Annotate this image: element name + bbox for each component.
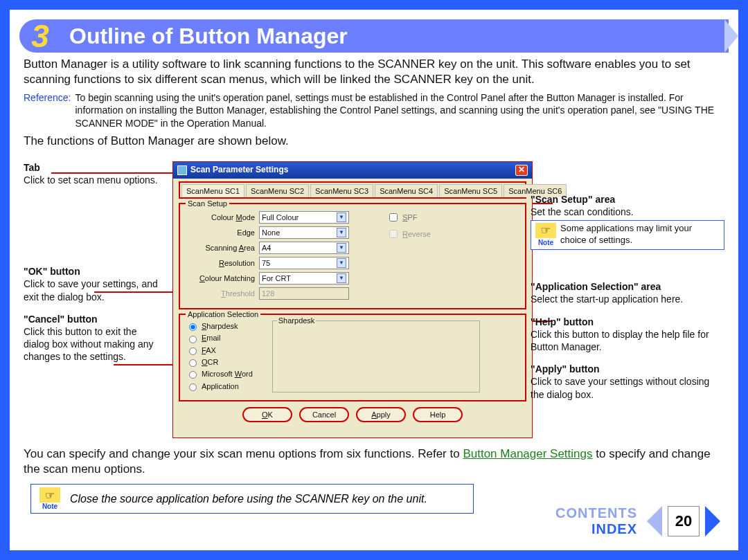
- scanning-area-select[interactable]: A4▼: [259, 242, 349, 254]
- callout-tab: Tab Click to set scan menu options.: [24, 161, 162, 186]
- callout-apply-text: Click to save your settings without clos…: [531, 375, 724, 400]
- leader-line: [114, 364, 177, 365]
- dialog-title: Scan Parameter Settings: [190, 165, 288, 176]
- callouts-left: Tab Click to set scan menu options. "OK"…: [24, 161, 162, 373]
- colour-matching-label: Colour Matching: [186, 273, 255, 283]
- tab-sc4[interactable]: ScanMenu SC4: [375, 184, 438, 197]
- tab-strip: ScanMenu SC1 ScanMenu SC2 ScanMenu SC3 S…: [179, 181, 526, 199]
- colour-matching-row: Colour Matching For CRT▼: [186, 272, 349, 284]
- colour-mode-row: Colour Mode Full Colour▼: [186, 211, 349, 224]
- note-label: Note: [538, 238, 553, 247]
- callout-scan-text: Set the scan conditions.: [531, 206, 724, 218]
- colour-mode-select[interactable]: Full Colour▼: [259, 211, 349, 224]
- callout-cancel: "Cancel" button Click this button to exi…: [24, 313, 162, 363]
- radio-fax[interactable]: FAX: [186, 345, 253, 355]
- radio-msword[interactable]: Microsoft Word: [186, 369, 253, 379]
- note-icon: ☞ Note: [38, 487, 62, 510]
- app-sub-group: Sharpdesk: [272, 320, 480, 392]
- app-selection-label: Application Selection: [186, 309, 260, 319]
- footer-links: CONTENTS INDEX: [555, 506, 637, 536]
- help-button[interactable]: Help: [413, 407, 463, 422]
- radio-email[interactable]: Email: [186, 333, 253, 343]
- diagram-area: Tab Click to set scan menu options. "OK"…: [24, 153, 724, 444]
- callout-help-text: Click this button to display the help fi…: [531, 328, 724, 353]
- cancel-button[interactable]: Cancel: [299, 407, 349, 422]
- resolution-row: Resolution 75▼: [186, 257, 349, 269]
- dialog-body: ScanMenu SC1 ScanMenu SC2 ScanMenu SC3 S…: [173, 179, 532, 426]
- scan-setup-label: Scan Setup: [186, 199, 229, 208]
- functions-intro: The functions of Button Manager are show…: [24, 134, 724, 149]
- bottom-note: ☞ Note Close the source application befo…: [30, 484, 474, 514]
- title-arrow-icon: [724, 19, 738, 53]
- colour-mode-label: Colour Mode: [186, 213, 255, 222]
- footer-nav: CONTENTS INDEX 20: [555, 506, 720, 536]
- ok-button[interactable]: OK: [242, 407, 292, 422]
- tab-sc3[interactable]: ScanMenu SC3: [310, 184, 373, 197]
- chapter-title-bar: 3 Outline of Button Manager: [19, 19, 729, 53]
- pointing-hand-icon: ☞: [535, 223, 556, 238]
- callout-ok: "OK" button Click to save your settings,…: [24, 265, 162, 303]
- leader-line: [51, 172, 183, 174]
- threshold-label: Threshold: [186, 289, 255, 298]
- radio-ocr[interactable]: OCR: [186, 357, 253, 367]
- resolution-select[interactable]: 75▼: [259, 257, 349, 269]
- page-number: 20: [668, 506, 700, 536]
- callout-app-title: "Application Selection" area: [531, 280, 724, 293]
- note-label: Note: [42, 503, 57, 510]
- scan-parameter-dialog: Scan Parameter Settings ✕ ScanMenu SC1 S…: [172, 161, 533, 438]
- chapter-number: 3: [24, 17, 57, 55]
- callout-tab-text: Click to set scan menu options.: [24, 174, 162, 186]
- callout-scan-setup: "Scan Setup" area Set the scan condition…: [531, 193, 724, 250]
- button-manager-settings-link[interactable]: Button Manager Settings: [463, 447, 592, 460]
- reverse-checkbox: Reverse: [386, 228, 431, 240]
- application-selection-area: Application Selection Sharpdesk Email FA…: [179, 314, 526, 401]
- chevron-down-icon: ▼: [337, 228, 346, 237]
- reference-label: Reference:: [24, 91, 71, 129]
- intro-paragraph: Button Manager is a utility software to …: [24, 57, 724, 87]
- threshold-row: Threshold 128: [186, 287, 349, 300]
- prev-page-icon[interactable]: [647, 506, 662, 536]
- outro-a: You can specify and change your six scan…: [24, 447, 463, 460]
- note-box-scan: ☞ Note Some applications may limit your …: [531, 220, 724, 250]
- leader-line: [94, 291, 177, 293]
- edge-label: Edge: [186, 228, 255, 237]
- chevron-down-icon: ▼: [337, 273, 346, 283]
- chevron-down-icon: ▼: [337, 213, 346, 222]
- edge-select[interactable]: None▼: [259, 226, 349, 239]
- next-page-icon[interactable]: [705, 506, 720, 536]
- scan-setup-area: Scan Setup Colour Mode Full Colour▼ Edge…: [179, 203, 526, 309]
- reference-block: Reference: To begin scanning using the u…: [24, 91, 724, 129]
- close-icon[interactable]: ✕: [515, 165, 528, 176]
- spf-checkbox[interactable]: SPF: [386, 211, 431, 224]
- callout-apply-title: "Apply" button: [531, 363, 724, 375]
- radio-application[interactable]: Application: [186, 381, 253, 391]
- callout-ok-text: Click to save your settings, and exit th…: [24, 278, 162, 302]
- note-icon: ☞ Note: [535, 223, 556, 247]
- tab-sc2[interactable]: ScanMenu SC2: [246, 184, 309, 197]
- chapter-title: Outline of Button Manager: [69, 24, 348, 49]
- callout-cancel-title: "Cancel" button: [24, 313, 162, 325]
- apply-button[interactable]: Apply: [356, 407, 406, 422]
- edge-row: Edge None▼: [186, 226, 349, 239]
- index-link[interactable]: INDEX: [555, 522, 637, 536]
- scanning-area-label: Scanning Area: [186, 243, 255, 253]
- contents-link[interactable]: CONTENTS: [555, 506, 637, 521]
- resolution-label: Resolution: [186, 258, 255, 268]
- callout-help: "Help" button Click this button to displ…: [531, 316, 724, 354]
- app-sub-label: Sharpdesk: [277, 316, 317, 325]
- callout-app-selection: "Application Selection" area Select the …: [531, 280, 724, 305]
- callout-cancel-text: Click this button to exit the dialog box…: [24, 325, 162, 363]
- callout-apply: "Apply" button Click to save your settin…: [531, 363, 724, 401]
- colour-matching-select[interactable]: For CRT▼: [259, 272, 349, 284]
- outro-paragraph: You can specify and change your six scan…: [24, 446, 724, 477]
- content-area: Button Manager is a utility software to …: [10, 57, 738, 477]
- callout-scan-title: "Scan Setup" area: [531, 193, 724, 206]
- bottom-note-text: Close the source application before usin…: [70, 493, 427, 505]
- callouts-right: "Scan Setup" area Set the scan condition…: [531, 193, 724, 401]
- radio-sharpdesk[interactable]: Sharpdesk: [186, 321, 253, 331]
- reference-text: To begin scanning using the unit's opera…: [75, 91, 724, 129]
- tab-sc1[interactable]: ScanMenu SC1: [181, 184, 244, 197]
- pointing-hand-icon: ☞: [39, 487, 60, 503]
- tab-sc5[interactable]: ScanMenu SC5: [439, 184, 502, 197]
- chevron-down-icon: ▼: [337, 258, 346, 268]
